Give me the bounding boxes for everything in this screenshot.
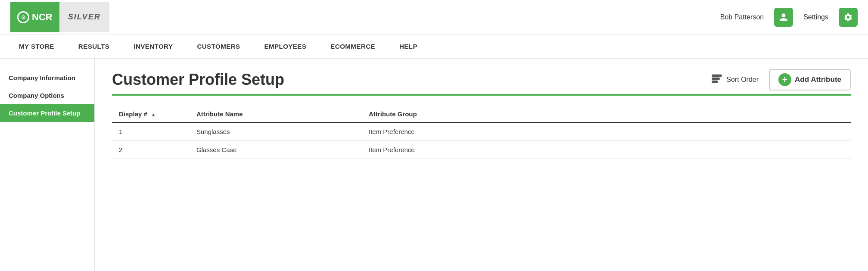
table-header-row: Display # ▲ Attribute Name Attribute Gro… — [112, 106, 851, 122]
table-row: 2 Glasses Case Item Preference — [112, 141, 851, 159]
user-icon — [779, 12, 788, 22]
cell-display: 1 — [112, 122, 190, 141]
settings-label: Settings — [803, 13, 828, 21]
cell-name: Sunglasses — [190, 122, 362, 141]
nav-item-ecommerce[interactable]: ECOMMERCE — [329, 43, 377, 50]
sort-order-label: Sort Order — [726, 76, 759, 84]
main-layout: Company Information Company Options Cust… — [0, 59, 868, 271]
sidebar-item-customer-profile-setup[interactable]: Customer Profile Setup — [0, 104, 94, 122]
sidebar-item-company-information[interactable]: Company Information — [0, 69, 94, 87]
add-attribute-label: Add Attribute — [795, 75, 841, 84]
nav-item-results[interactable]: RESULTS — [77, 43, 111, 50]
ncr-logo: ⊙ NCR — [10, 2, 59, 32]
sidebar-item-company-options[interactable]: Company Options — [0, 87, 94, 104]
header-actions: Sort Order + Add Attribute — [711, 69, 851, 90]
svg-rect-1 — [712, 78, 719, 80]
top-bar: ⊙ NCR SILVER Bob Patterson Settings — [0, 0, 868, 34]
cell-group: Item Preference — [362, 122, 851, 141]
green-divider — [112, 94, 851, 96]
col-header-group: Attribute Group — [362, 106, 851, 122]
svg-rect-0 — [712, 75, 722, 77]
col-header-display: Display # ▲ — [112, 106, 190, 122]
main-content: Customer Profile Setup Sort Order + Add … — [95, 59, 868, 271]
sort-order-icon — [711, 72, 723, 87]
user-icon-button[interactable] — [774, 8, 793, 27]
ncr-logo-icon: ⊙ — [17, 11, 29, 23]
content-header: Customer Profile Setup Sort Order + Add … — [112, 69, 851, 90]
top-right-area: Bob Patterson Settings — [720, 8, 858, 27]
silver-logo: SILVER — [59, 2, 109, 32]
sort-order-button[interactable]: Sort Order — [711, 72, 759, 87]
silver-logo-text: SILVER — [68, 12, 101, 22]
ncr-logo-text: NCR — [32, 12, 53, 23]
nav-bar: MY STORE RESULTS INVENTORY CUSTOMERS EMP… — [0, 34, 868, 59]
settings-icon-button[interactable] — [839, 8, 858, 27]
page-title: Customer Profile Setup — [112, 71, 284, 89]
attributes-table: Display # ▲ Attribute Name Attribute Gro… — [112, 106, 851, 159]
cell-name: Glasses Case — [190, 141, 362, 159]
nav-item-employees[interactable]: EMPLOYEES — [262, 43, 308, 50]
nav-item-help[interactable]: HELP — [398, 43, 419, 50]
nav-item-my-store[interactable]: MY STORE — [17, 43, 56, 50]
table-row: 1 Sunglasses Item Preference — [112, 122, 851, 141]
nav-item-customers[interactable]: CUSTOMERS — [195, 43, 242, 50]
gear-icon — [843, 12, 853, 22]
add-attribute-icon: + — [778, 73, 791, 86]
sidebar: Company Information Company Options Cust… — [0, 59, 95, 271]
svg-rect-2 — [712, 81, 718, 83]
sort-arrow-icon: ▲ — [151, 112, 156, 118]
add-attribute-button[interactable]: + Add Attribute — [769, 69, 851, 90]
cell-display: 2 — [112, 141, 190, 159]
col-header-name: Attribute Name — [190, 106, 362, 122]
nav-item-inventory[interactable]: INVENTORY — [132, 43, 174, 50]
logo-area: ⊙ NCR SILVER — [10, 2, 109, 32]
user-name: Bob Patterson — [720, 13, 764, 21]
cell-group: Item Preference — [362, 141, 851, 159]
